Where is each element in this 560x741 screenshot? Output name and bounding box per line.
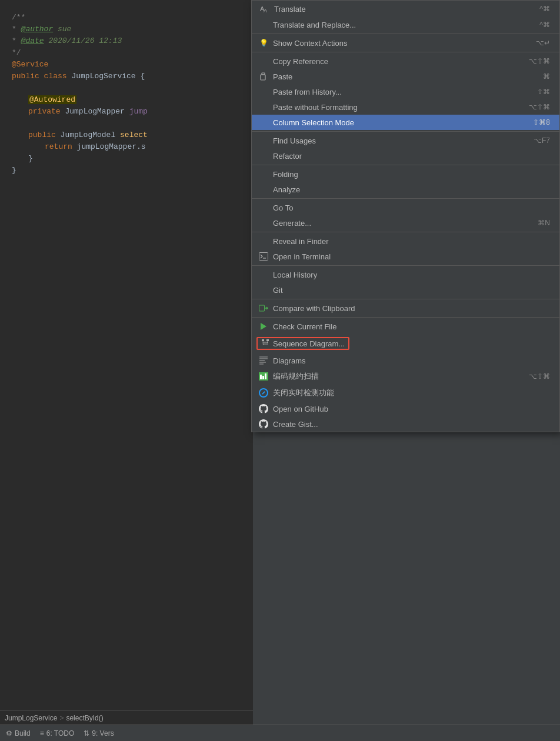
divider-7 — [252, 265, 559, 266]
code-line-2: * @author sue — [12, 24, 247, 35]
code-scan-label: 编码规约扫描 — [273, 371, 319, 382]
menu-item-local-history[interactable]: Local History — [252, 267, 559, 282]
divider-6 — [252, 232, 559, 232]
find-usages-icon — [259, 136, 268, 145]
play-icon — [259, 322, 268, 331]
show-context-shortcut: ⌥↵ — [536, 39, 550, 47]
menu-item-paste-no-format[interactable]: Paste without Formatting ⌥⇧⌘ — [252, 99, 559, 115]
menu-item-copy-ref[interactable]: Copy Reference ⌥⇧⌘ — [252, 54, 559, 69]
menu-item-reveal-finder[interactable]: Reveal in Finder — [252, 233, 559, 249]
status-build[interactable]: ⚙ Build — [6, 729, 31, 737]
column-selection-label: Column Selection Mode — [273, 118, 354, 127]
svg-rect-9 — [266, 339, 269, 341]
copy-ref-label: Copy Reference — [273, 57, 328, 66]
menu-item-folding[interactable]: Folding — [252, 166, 559, 182]
compare-clipboard-icon — [259, 303, 268, 313]
translate-shortcut: ^⌘ — [539, 5, 550, 13]
menu-item-show-context[interactable]: 💡 Show Context Actions ⌥↵ — [252, 35, 559, 51]
menu-item-translate[interactable]: A A Translate ^⌘ — [252, 1, 559, 17]
analyze-icon — [259, 185, 268, 194]
folding-label: Folding — [273, 170, 298, 179]
code-editor: /** * @author sue * @date 2020/11/26 12:… — [0, 0, 253, 741]
paste-no-format-label: Paste without Formatting — [273, 103, 358, 112]
divider-1 — [252, 34, 559, 34]
reveal-finder-icon — [259, 236, 268, 246]
breadcrumb-class[interactable]: JumpLogService — [5, 714, 57, 722]
version-icon: ⇅ — [84, 729, 89, 737]
status-todo[interactable]: ≡ 6: TODO — [40, 729, 75, 737]
breadcrumb-bar: JumpLogService > selectById() — [0, 710, 253, 725]
column-selection-shortcut: ⇧⌘8 — [533, 118, 550, 126]
divider-3 — [252, 131, 559, 132]
menu-item-sequence-diagram[interactable]: Sequence Diagram... — [252, 334, 559, 353]
generate-label: Generate... — [273, 219, 311, 228]
translate-label: Translate — [274, 5, 306, 14]
code-line-8: @Autowired — [12, 94, 247, 106]
menu-item-refactor[interactable]: Refactor — [252, 148, 559, 163]
breadcrumb-method[interactable]: selectById() — [66, 714, 103, 722]
svg-rect-4 — [259, 253, 268, 261]
create-gist-label: Create Gist... — [273, 420, 318, 429]
divider-2 — [252, 52, 559, 52]
status-bar: ⚙ Build ≡ 6: TODO ⇅ 9: Vers — [0, 725, 560, 741]
context-menu: A A Translate ^⌘ Translate and Replace..… — [251, 0, 560, 432]
git-icon — [259, 285, 268, 295]
find-usages-label: Find Usages — [273, 136, 316, 145]
paste-history-shortcut: ⇧⌘ — [537, 88, 550, 96]
show-context-label: Show Context Actions — [273, 39, 347, 48]
divider-4 — [252, 165, 559, 165]
menu-item-translate-replace[interactable]: Translate and Replace... ^⌘ — [252, 17, 559, 32]
code-line-1: /** — [12, 12, 247, 24]
menu-item-generate[interactable]: Generate... ⌘N — [252, 215, 559, 231]
code-line-11: public JumpLogModel select — [12, 129, 247, 141]
code-line-6: public class JumpLogService { — [12, 71, 247, 82]
translate-replace-shortcut: ^⌘ — [539, 21, 550, 29]
refactor-icon — [259, 151, 268, 161]
menu-item-analyze[interactable]: Analyze — [252, 182, 559, 197]
svg-rect-8 — [262, 339, 264, 341]
menu-item-paste[interactable]: Paste ⌘ — [252, 69, 559, 84]
menu-item-goto[interactable]: Go To — [252, 200, 559, 215]
menu-item-create-gist[interactable]: Create Gist... — [252, 416, 559, 432]
divider-9 — [252, 317, 559, 318]
diagrams-label: Diagrams — [273, 356, 306, 365]
menu-item-check-file[interactable]: Check Current File — [252, 319, 559, 334]
divider-8 — [252, 299, 559, 299]
disable-realtime-label: 关闭实时检测功能 — [273, 388, 334, 398]
translate-icon: A A — [259, 4, 269, 14]
menu-item-column-selection[interactable]: Column Selection Mode ⇧⌘8 — [252, 115, 559, 130]
create-gist-icon — [259, 419, 268, 429]
compare-clipboard-label: Compare with Clipboard — [273, 304, 355, 313]
code-line-5: @Service — [12, 59, 247, 71]
menu-item-open-github[interactable]: Open on GitHub — [252, 401, 559, 416]
todo-icon: ≡ — [40, 729, 44, 737]
disable-realtime-icon — [259, 388, 268, 398]
code-line-14: } — [12, 165, 247, 176]
paste-label: Paste — [273, 72, 292, 81]
status-version[interactable]: ⇅ 9: Vers — [84, 729, 114, 737]
diagrams-icon — [259, 356, 268, 365]
menu-item-disable-realtime[interactable]: 关闭实时检测功能 — [252, 385, 559, 401]
menu-item-open-terminal[interactable]: Open in Terminal — [252, 249, 559, 264]
menu-item-diagrams[interactable]: Diagrams — [252, 353, 559, 368]
svg-rect-6 — [259, 305, 265, 311]
seq-diagram-icon — [261, 339, 269, 348]
refactor-label: Refactor — [273, 152, 302, 161]
paste-history-icon — [259, 87, 268, 96]
local-history-icon — [259, 270, 268, 279]
reveal-finder-label: Reveal in Finder — [273, 237, 329, 246]
column-selection-icon — [259, 118, 268, 127]
menu-item-paste-history[interactable]: Paste from History... ⇧⌘ — [252, 84, 559, 99]
github-icon — [259, 404, 268, 413]
goto-label: Go To — [273, 203, 293, 212]
goto-icon — [259, 203, 268, 212]
todo-label: 6: TODO — [46, 729, 75, 737]
code-line-7 — [12, 82, 247, 94]
code-line-3: * @date 2020/11/26 12:13 — [12, 35, 247, 47]
menu-item-compare-clipboard[interactable]: Compare with Clipboard — [252, 301, 559, 316]
menu-item-git[interactable]: Git — [252, 282, 559, 298]
find-usages-shortcut: ⌥F7 — [534, 136, 550, 145]
menu-item-find-usages[interactable]: Find Usages ⌥F7 — [252, 133, 559, 148]
menu-item-code-scan[interactable]: 编码规约扫描 ⌥⇧⌘ — [252, 368, 559, 385]
code-line-4: */ — [12, 47, 247, 59]
